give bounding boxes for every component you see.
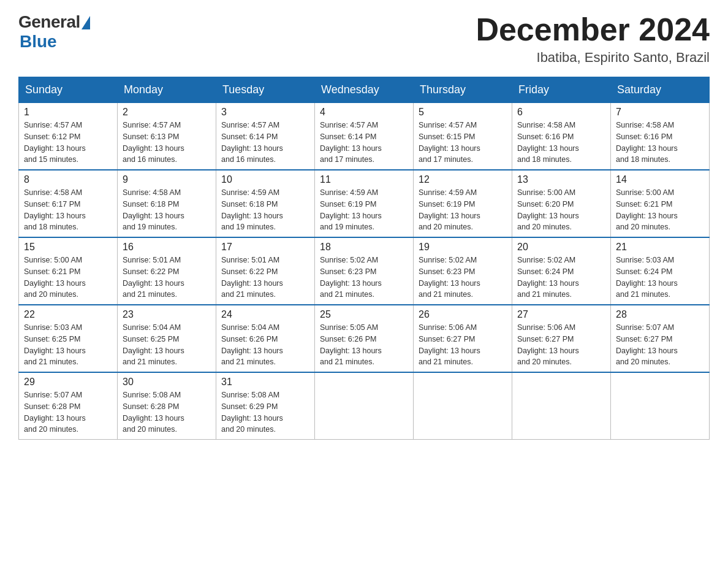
- day-info: Sunrise: 5:00 AM Sunset: 6:20 PM Dayligh…: [517, 187, 605, 233]
- day-of-week-header: Thursday: [414, 77, 512, 103]
- day-of-week-header: Wednesday: [315, 77, 414, 103]
- calendar-day-cell: 29Sunrise: 5:07 AM Sunset: 6:28 PM Dayli…: [19, 372, 118, 440]
- day-info: Sunrise: 5:00 AM Sunset: 6:21 PM Dayligh…: [616, 187, 704, 233]
- day-info: Sunrise: 5:01 AM Sunset: 6:22 PM Dayligh…: [221, 255, 309, 301]
- calendar-day-cell: 24Sunrise: 5:04 AM Sunset: 6:26 PM Dayli…: [216, 305, 315, 372]
- day-info: Sunrise: 4:59 AM Sunset: 6:19 PM Dayligh…: [419, 187, 507, 233]
- page-header: General Blue December 2024 Ibatiba, Espi…: [18, 12, 710, 66]
- day-number: 26: [419, 309, 507, 320]
- calendar-day-cell: 28Sunrise: 5:07 AM Sunset: 6:27 PM Dayli…: [611, 305, 710, 372]
- day-info: Sunrise: 5:03 AM Sunset: 6:25 PM Dayligh…: [24, 322, 112, 368]
- day-info: Sunrise: 5:08 AM Sunset: 6:28 PM Dayligh…: [123, 389, 211, 435]
- calendar-week-row: 29Sunrise: 5:07 AM Sunset: 6:28 PM Dayli…: [19, 372, 710, 440]
- day-number: 22: [24, 309, 112, 320]
- day-info: Sunrise: 5:02 AM Sunset: 6:24 PM Dayligh…: [517, 255, 605, 301]
- calendar-day-cell: 20Sunrise: 5:02 AM Sunset: 6:24 PM Dayli…: [512, 237, 611, 305]
- day-info: Sunrise: 5:05 AM Sunset: 6:26 PM Dayligh…: [320, 322, 408, 368]
- location-text: Ibatiba, Espirito Santo, Brazil: [476, 50, 710, 66]
- day-number: 30: [123, 377, 211, 388]
- day-number: 27: [517, 309, 605, 320]
- calendar-day-cell: 18Sunrise: 5:02 AM Sunset: 6:23 PM Dayli…: [315, 237, 414, 305]
- day-info: Sunrise: 4:57 AM Sunset: 6:12 PM Dayligh…: [24, 120, 112, 166]
- day-number: 5: [419, 107, 507, 118]
- day-number: 19: [419, 242, 507, 253]
- calendar-day-cell: 1Sunrise: 4:57 AM Sunset: 6:12 PM Daylig…: [19, 103, 118, 170]
- calendar-day-cell: 3Sunrise: 4:57 AM Sunset: 6:14 PM Daylig…: [216, 103, 315, 170]
- calendar-day-cell: 6Sunrise: 4:58 AM Sunset: 6:16 PM Daylig…: [512, 103, 611, 170]
- calendar-day-cell: 2Sunrise: 4:57 AM Sunset: 6:13 PM Daylig…: [118, 103, 216, 170]
- month-title: December 2024: [476, 12, 710, 47]
- calendar-day-cell: 27Sunrise: 5:06 AM Sunset: 6:27 PM Dayli…: [512, 305, 611, 372]
- day-of-week-header: Monday: [118, 77, 216, 103]
- day-number: 23: [123, 309, 211, 320]
- day-info: Sunrise: 5:01 AM Sunset: 6:22 PM Dayligh…: [123, 255, 211, 301]
- day-number: 28: [616, 309, 704, 320]
- day-number: 9: [123, 174, 211, 185]
- calendar-day-cell: [414, 372, 512, 440]
- calendar-day-cell: 21Sunrise: 5:03 AM Sunset: 6:24 PM Dayli…: [611, 237, 710, 305]
- calendar-day-cell: 5Sunrise: 4:57 AM Sunset: 6:15 PM Daylig…: [414, 103, 512, 170]
- day-info: Sunrise: 5:04 AM Sunset: 6:25 PM Dayligh…: [123, 322, 211, 368]
- calendar-header-row: SundayMondayTuesdayWednesdayThursdayFrid…: [19, 77, 710, 103]
- day-number: 3: [221, 107, 309, 118]
- day-of-week-header: Saturday: [611, 77, 710, 103]
- day-of-week-header: Friday: [512, 77, 611, 103]
- day-number: 10: [221, 174, 309, 185]
- calendar-day-cell: 16Sunrise: 5:01 AM Sunset: 6:22 PM Dayli…: [118, 237, 216, 305]
- day-info: Sunrise: 5:02 AM Sunset: 6:23 PM Dayligh…: [320, 255, 408, 301]
- day-info: Sunrise: 4:59 AM Sunset: 6:18 PM Dayligh…: [221, 187, 309, 233]
- day-number: 11: [320, 174, 408, 185]
- calendar-day-cell: 9Sunrise: 4:58 AM Sunset: 6:18 PM Daylig…: [118, 170, 216, 237]
- day-number: 6: [517, 107, 605, 118]
- day-info: Sunrise: 5:04 AM Sunset: 6:26 PM Dayligh…: [221, 322, 309, 368]
- day-number: 20: [517, 242, 605, 253]
- day-number: 4: [320, 107, 408, 118]
- day-number: 29: [24, 377, 112, 388]
- calendar-day-cell: [611, 372, 710, 440]
- day-info: Sunrise: 4:58 AM Sunset: 6:17 PM Dayligh…: [24, 187, 112, 233]
- day-number: 17: [221, 242, 309, 253]
- day-number: 15: [24, 242, 112, 253]
- calendar-day-cell: 23Sunrise: 5:04 AM Sunset: 6:25 PM Dayli…: [118, 305, 216, 372]
- day-info: Sunrise: 4:57 AM Sunset: 6:15 PM Dayligh…: [419, 120, 507, 166]
- logo: General Blue: [18, 12, 90, 52]
- calendar-day-cell: [315, 372, 414, 440]
- day-info: Sunrise: 5:06 AM Sunset: 6:27 PM Dayligh…: [517, 322, 605, 368]
- day-number: 24: [221, 309, 309, 320]
- day-info: Sunrise: 4:58 AM Sunset: 6:16 PM Dayligh…: [517, 120, 605, 166]
- calendar-table: SundayMondayTuesdayWednesdayThursdayFrid…: [18, 77, 710, 440]
- day-number: 7: [616, 107, 704, 118]
- day-number: 2: [123, 107, 211, 118]
- day-number: 13: [517, 174, 605, 185]
- day-info: Sunrise: 5:06 AM Sunset: 6:27 PM Dayligh…: [419, 322, 507, 368]
- calendar-day-cell: 13Sunrise: 5:00 AM Sunset: 6:20 PM Dayli…: [512, 170, 611, 237]
- day-info: Sunrise: 5:03 AM Sunset: 6:24 PM Dayligh…: [616, 255, 704, 301]
- day-info: Sunrise: 4:57 AM Sunset: 6:13 PM Dayligh…: [123, 120, 211, 166]
- day-info: Sunrise: 4:58 AM Sunset: 6:18 PM Dayligh…: [123, 187, 211, 233]
- day-info: Sunrise: 4:57 AM Sunset: 6:14 PM Dayligh…: [320, 120, 408, 166]
- day-info: Sunrise: 5:00 AM Sunset: 6:21 PM Dayligh…: [24, 255, 112, 301]
- day-info: Sunrise: 4:58 AM Sunset: 6:16 PM Dayligh…: [616, 120, 704, 166]
- logo-blue-text: Blue: [20, 32, 57, 52]
- calendar-day-cell: 10Sunrise: 4:59 AM Sunset: 6:18 PM Dayli…: [216, 170, 315, 237]
- calendar-day-cell: 12Sunrise: 4:59 AM Sunset: 6:19 PM Dayli…: [414, 170, 512, 237]
- calendar-day-cell: 4Sunrise: 4:57 AM Sunset: 6:14 PM Daylig…: [315, 103, 414, 170]
- calendar-day-cell: [512, 372, 611, 440]
- header-right: December 2024 Ibatiba, Espirito Santo, B…: [476, 12, 710, 66]
- calendar-day-cell: 30Sunrise: 5:08 AM Sunset: 6:28 PM Dayli…: [118, 372, 216, 440]
- calendar-day-cell: 11Sunrise: 4:59 AM Sunset: 6:19 PM Dayli…: [315, 170, 414, 237]
- calendar-day-cell: 19Sunrise: 5:02 AM Sunset: 6:23 PM Dayli…: [414, 237, 512, 305]
- day-number: 8: [24, 174, 112, 185]
- calendar-day-cell: 22Sunrise: 5:03 AM Sunset: 6:25 PM Dayli…: [19, 305, 118, 372]
- calendar-day-cell: 25Sunrise: 5:05 AM Sunset: 6:26 PM Dayli…: [315, 305, 414, 372]
- day-number: 25: [320, 309, 408, 320]
- calendar-week-row: 1Sunrise: 4:57 AM Sunset: 6:12 PM Daylig…: [19, 103, 710, 170]
- day-info: Sunrise: 4:59 AM Sunset: 6:19 PM Dayligh…: [320, 187, 408, 233]
- day-of-week-header: Tuesday: [216, 77, 315, 103]
- day-info: Sunrise: 5:07 AM Sunset: 6:27 PM Dayligh…: [616, 322, 704, 368]
- day-info: Sunrise: 5:08 AM Sunset: 6:29 PM Dayligh…: [221, 389, 309, 435]
- logo-triangle-icon: [82, 16, 90, 29]
- calendar-week-row: 22Sunrise: 5:03 AM Sunset: 6:25 PM Dayli…: [19, 305, 710, 372]
- calendar-day-cell: 31Sunrise: 5:08 AM Sunset: 6:29 PM Dayli…: [216, 372, 315, 440]
- logo-general-text: General: [18, 12, 80, 32]
